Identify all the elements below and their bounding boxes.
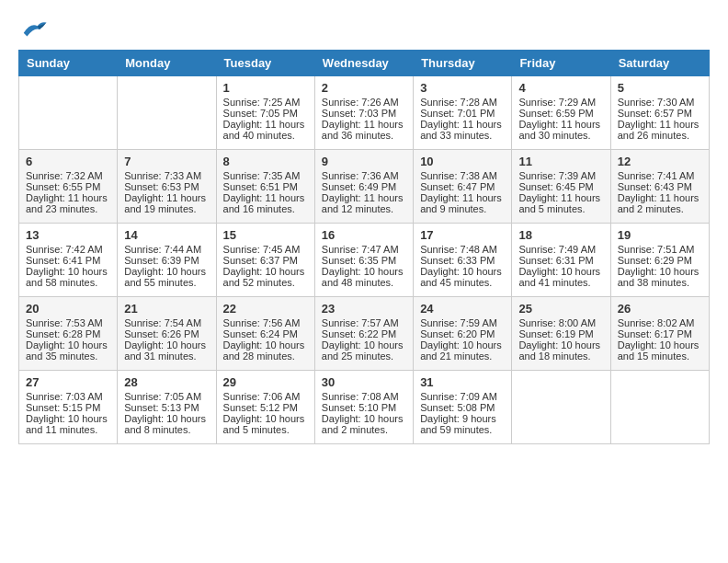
day-info: Sunset: 6:59 PM	[518, 108, 603, 119]
day-number: 6	[26, 155, 110, 168]
day-info: Daylight: 10 hours and 25 minutes.	[322, 339, 406, 362]
day-info: Sunrise: 7:53 AM	[26, 317, 110, 328]
calendar-week-row: 27Sunrise: 7:03 AMSunset: 5:15 PMDayligh…	[19, 371, 710, 444]
day-info: Sunset: 6:35 PM	[322, 255, 406, 266]
weekday-header-friday: Friday	[512, 51, 610, 76]
calendar-cell: 26Sunrise: 8:02 AMSunset: 6:17 PMDayligh…	[610, 297, 709, 371]
calendar-cell: 29Sunrise: 7:06 AMSunset: 5:12 PMDayligh…	[216, 371, 314, 444]
day-info: Daylight: 10 hours and 18 minutes.	[518, 339, 603, 362]
day-info: Daylight: 11 hours and 5 minutes.	[518, 192, 603, 214]
day-info: Daylight: 10 hours and 28 minutes.	[223, 339, 308, 362]
day-info: Sunset: 6:31 PM	[518, 255, 603, 266]
day-info: Sunset: 6:37 PM	[223, 255, 308, 266]
day-number: 23	[322, 302, 406, 316]
day-number: 28	[124, 375, 209, 389]
day-info: Sunset: 6:33 PM	[420, 255, 505, 266]
day-info: Sunset: 6:28 PM	[26, 328, 110, 339]
page-header	[18, 18, 710, 40]
calendar-cell	[118, 76, 216, 150]
day-info: Sunset: 6:29 PM	[618, 255, 702, 266]
day-number: 21	[124, 302, 209, 316]
day-info: Daylight: 10 hours and 41 minutes.	[518, 266, 603, 288]
day-info: Daylight: 10 hours and 31 minutes.	[124, 339, 209, 362]
day-info: Daylight: 11 hours and 30 minutes.	[518, 119, 603, 141]
day-info: Sunset: 7:05 PM	[223, 108, 308, 119]
day-info: Daylight: 10 hours and 15 minutes.	[618, 339, 702, 362]
calendar-week-row: 13Sunrise: 7:42 AMSunset: 6:41 PMDayligh…	[19, 224, 710, 297]
calendar-cell: 23Sunrise: 7:57 AMSunset: 6:22 PMDayligh…	[314, 297, 413, 371]
day-number: 17	[420, 228, 505, 242]
day-info: Sunrise: 7:28 AM	[420, 97, 505, 108]
day-info: Daylight: 10 hours and 48 minutes.	[322, 266, 406, 288]
day-info: Sunrise: 7:57 AM	[322, 317, 406, 328]
day-info: Sunrise: 7:06 AM	[223, 391, 308, 402]
day-info: Sunrise: 7:48 AM	[420, 244, 505, 255]
day-number: 27	[26, 375, 110, 389]
logo	[18, 18, 48, 40]
day-info: Sunset: 6:41 PM	[26, 255, 110, 266]
calendar-cell: 9Sunrise: 7:36 AMSunset: 6:49 PMDaylight…	[314, 150, 413, 224]
day-number: 7	[124, 155, 209, 168]
calendar-cell	[512, 371, 610, 444]
calendar-cell: 21Sunrise: 7:54 AMSunset: 6:26 PMDayligh…	[118, 297, 216, 371]
day-number: 16	[322, 228, 406, 242]
day-info: Daylight: 11 hours and 19 minutes.	[124, 192, 209, 214]
weekday-header-wednesday: Wednesday	[314, 51, 413, 76]
day-number: 5	[618, 81, 702, 95]
calendar-week-row: 1Sunrise: 7:25 AMSunset: 7:05 PMDaylight…	[19, 76, 710, 150]
day-number: 31	[420, 375, 505, 389]
day-info: Sunset: 6:53 PM	[124, 181, 209, 192]
day-info: Sunset: 6:43 PM	[618, 181, 702, 192]
weekday-header-monday: Monday	[118, 51, 216, 76]
day-number: 8	[223, 155, 308, 168]
day-number: 20	[26, 302, 110, 316]
day-info: Sunrise: 7:51 AM	[618, 244, 702, 255]
day-info: Sunrise: 7:25 AM	[223, 97, 308, 108]
day-number: 18	[518, 228, 603, 242]
day-info: Sunset: 6:20 PM	[420, 328, 505, 339]
day-info: Daylight: 10 hours and 8 minutes.	[124, 413, 209, 435]
day-info: Daylight: 11 hours and 12 minutes.	[322, 192, 406, 214]
day-info: Daylight: 11 hours and 26 minutes.	[618, 119, 702, 141]
day-info: Sunrise: 7:41 AM	[618, 170, 702, 181]
day-info: Sunset: 5:12 PM	[223, 402, 308, 413]
day-info: Sunset: 6:39 PM	[124, 255, 209, 266]
day-number: 29	[223, 375, 308, 389]
day-info: Sunrise: 7:42 AM	[26, 244, 110, 255]
calendar-cell: 1Sunrise: 7:25 AMSunset: 7:05 PMDaylight…	[216, 76, 314, 150]
day-info: Sunrise: 7:54 AM	[124, 317, 209, 328]
calendar-cell: 24Sunrise: 7:59 AMSunset: 6:20 PMDayligh…	[414, 297, 512, 371]
calendar-cell: 2Sunrise: 7:26 AMSunset: 7:03 PMDaylight…	[314, 76, 413, 150]
day-info: Sunset: 6:19 PM	[518, 328, 603, 339]
calendar-cell: 25Sunrise: 8:00 AMSunset: 6:19 PMDayligh…	[512, 297, 610, 371]
day-info: Sunset: 6:49 PM	[322, 181, 406, 192]
day-info: Sunrise: 7:33 AM	[124, 170, 209, 181]
calendar-week-row: 20Sunrise: 7:53 AMSunset: 6:28 PMDayligh…	[19, 297, 710, 371]
day-info: Sunset: 5:08 PM	[420, 402, 505, 413]
calendar-cell: 18Sunrise: 7:49 AMSunset: 6:31 PMDayligh…	[512, 224, 610, 297]
day-info: Sunset: 5:15 PM	[26, 402, 110, 413]
calendar-cell: 10Sunrise: 7:38 AMSunset: 6:47 PMDayligh…	[414, 150, 512, 224]
day-info: Sunset: 5:10 PM	[322, 402, 406, 413]
day-info: Sunrise: 7:03 AM	[26, 391, 110, 402]
day-info: Sunrise: 7:47 AM	[322, 244, 406, 255]
calendar-cell: 31Sunrise: 7:09 AMSunset: 5:08 PMDayligh…	[414, 371, 512, 444]
calendar-cell: 19Sunrise: 7:51 AMSunset: 6:29 PMDayligh…	[610, 224, 709, 297]
day-info: Sunset: 6:45 PM	[518, 181, 603, 192]
day-info: Sunset: 6:51 PM	[223, 181, 308, 192]
calendar-cell: 27Sunrise: 7:03 AMSunset: 5:15 PMDayligh…	[19, 371, 118, 444]
calendar-week-row: 6Sunrise: 7:32 AMSunset: 6:55 PMDaylight…	[19, 150, 710, 224]
calendar-cell: 20Sunrise: 7:53 AMSunset: 6:28 PMDayligh…	[19, 297, 118, 371]
day-number: 13	[26, 228, 110, 242]
day-info: Daylight: 11 hours and 2 minutes.	[618, 192, 702, 214]
day-info: Daylight: 11 hours and 16 minutes.	[223, 192, 308, 214]
day-info: Sunset: 6:55 PM	[26, 181, 110, 192]
day-number: 11	[518, 155, 603, 168]
day-number: 10	[420, 155, 505, 168]
day-info: Sunrise: 7:38 AM	[420, 170, 505, 181]
logo-bird-icon	[20, 18, 48, 40]
day-info: Daylight: 11 hours and 33 minutes.	[420, 119, 505, 141]
day-number: 3	[420, 81, 505, 95]
day-info: Sunset: 6:17 PM	[618, 328, 702, 339]
weekday-header-thursday: Thursday	[414, 51, 512, 76]
